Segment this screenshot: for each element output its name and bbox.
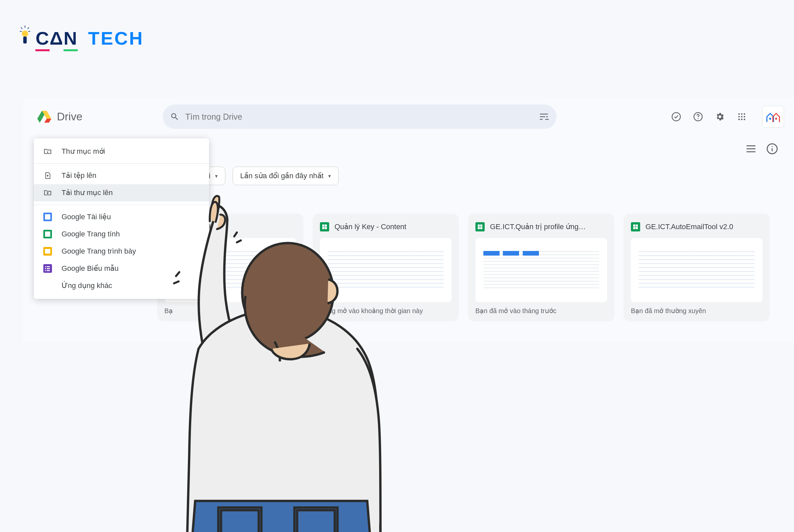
search-bar[interactable]	[163, 104, 556, 129]
svg-point-24	[772, 146, 773, 147]
drive-content: của tôi ▾ ▾ Người▾ Lần sửa đổi gần đây n…	[157, 135, 794, 321]
file-title: GE.ICT.Quản trị profile ứng…	[490, 223, 586, 231]
menu-item-label: Google Trang tính	[61, 230, 120, 239]
file-title: GE.ICT.AutoEmailTool v2.0	[645, 223, 733, 231]
google-forms-icon	[43, 264, 52, 273]
drive-logo[interactable]: Drive	[36, 109, 159, 125]
info-icon[interactable]	[766, 143, 778, 155]
menu-item-google-sheets[interactable]: Google Trang tính	[34, 226, 209, 243]
menu-item-label: Thư mục mới	[61, 147, 105, 156]
upload-folder-icon	[43, 188, 52, 197]
svg-rect-45	[294, 508, 337, 532]
menu-separator	[34, 205, 209, 205]
google-sheets-icon	[43, 230, 52, 239]
chip-label: Lần sửa đổi gần đây nhất	[240, 172, 324, 180]
svg-line-2	[27, 27, 29, 29]
menu-item-upload-folder[interactable]: Tải thư mục lên	[34, 184, 209, 201]
file-caption: ường mở vào khoảng thời gian này	[320, 307, 451, 315]
svg-point-19	[769, 118, 771, 120]
file-caption: Bạn đã mở thường xuyên	[631, 307, 762, 315]
menu-separator	[34, 163, 209, 164]
hocmai-icon	[765, 110, 781, 123]
menu-item-label: Tải thư mục lên	[61, 188, 113, 197]
svg-rect-44	[218, 508, 261, 532]
file-card[interactable]: Quản lý Key - Content ường mở vào khoảng…	[313, 214, 459, 321]
svg-point-7	[672, 113, 681, 121]
svg-point-10	[738, 113, 740, 115]
google-slides-icon	[43, 247, 52, 255]
svg-rect-47	[297, 510, 335, 532]
menu-item-upload-file[interactable]: Tải tệp lên	[34, 167, 209, 184]
drive-app-name: Drive	[57, 110, 82, 123]
sheets-icon	[631, 222, 640, 231]
menu-item-label: Google Trang trình bày	[61, 247, 136, 255]
blank-icon	[43, 281, 52, 290]
svg-point-13	[738, 116, 740, 118]
file-card[interactable]: GE.ICT.Quản trị profile ứng… Bạn đã mở v…	[468, 214, 614, 321]
drive-header: Drive	[23, 98, 794, 135]
help-icon[interactable]	[691, 110, 705, 124]
search-options-icon[interactable]	[539, 111, 549, 122]
svg-point-17	[741, 119, 743, 120]
sheets-icon	[320, 222, 329, 231]
menu-item-label: Tải tệp lên	[61, 171, 96, 180]
file-caption: Bạ	[164, 307, 296, 315]
menu-item-new-folder[interactable]: Thư mục mới	[34, 143, 209, 160]
svg-point-9	[698, 118, 699, 119]
svg-rect-48	[221, 510, 259, 532]
logo-tech-text: TECH	[88, 28, 144, 49]
sheets-icon	[475, 222, 485, 231]
menu-item-google-forms[interactable]: Google Biểu mẫu	[34, 260, 209, 277]
upload-file-icon	[43, 171, 52, 180]
file-preview	[475, 238, 607, 302]
filter-chips: ▾ Người▾ Lần sửa đổi gần đây nhất▾	[157, 167, 784, 185]
suggested-files-row: CANTECH Bạ Quản lý Key - Content ường mở…	[157, 214, 784, 321]
svg-point-18	[744, 119, 745, 120]
svg-point-14	[741, 116, 743, 118]
svg-rect-6	[23, 37, 27, 44]
menu-item-label: Ứng dụng khác	[61, 281, 112, 290]
menu-item-google-docs[interactable]: Google Tài liệu	[34, 208, 209, 226]
svg-line-1	[21, 27, 22, 29]
drive-icon	[36, 109, 52, 125]
svg-point-20	[775, 118, 777, 120]
svg-point-5	[22, 31, 28, 37]
file-title: Quản lý Key - Content	[334, 223, 406, 231]
new-context-menu: Thư mục mới Tải tệp lên Tải thư mục lên …	[34, 138, 209, 299]
new-folder-icon	[43, 147, 52, 156]
ready-offline-icon[interactable]	[669, 110, 683, 124]
menu-item-label: Google Tài liệu	[61, 213, 111, 221]
file-preview	[631, 238, 762, 302]
google-drive-window: Drive	[23, 98, 794, 343]
apps-grid-icon[interactable]	[735, 110, 749, 124]
file-caption: Bạn đã mở vào tháng trước	[475, 307, 607, 315]
menu-item-google-slides[interactable]: Google Trang trình bày	[34, 243, 209, 260]
settings-icon[interactable]	[713, 110, 727, 124]
file-preview	[320, 238, 451, 302]
svg-rect-49	[297, 510, 335, 532]
svg-point-16	[738, 119, 740, 120]
menu-item-more-apps[interactable]: Ứng dụng khác	[34, 277, 209, 294]
logo-can-text: CΔN	[35, 28, 84, 49]
search-icon	[170, 112, 179, 121]
svg-rect-46	[221, 510, 259, 532]
icantech-logo: CΔN TECH	[19, 25, 144, 49]
list-view-icon[interactable]	[745, 143, 757, 155]
svg-point-12	[744, 113, 745, 115]
svg-point-11	[741, 113, 743, 115]
search-input[interactable]	[185, 112, 533, 122]
lightbulb-icon	[19, 25, 31, 46]
menu-item-label: Google Biểu mẫu	[61, 264, 119, 273]
account-avatar[interactable]	[762, 106, 784, 128]
suggested-section-label: xuất	[157, 196, 784, 205]
header-actions	[596, 106, 784, 128]
google-docs-icon	[43, 213, 52, 221]
svg-point-15	[744, 116, 745, 118]
filter-chip-modified[interactable]: Lần sửa đổi gần đây nhất▾	[233, 167, 338, 185]
file-card[interactable]: GE.ICT.AutoEmailTool v2.0 Bạn đã mở thườ…	[624, 214, 770, 321]
